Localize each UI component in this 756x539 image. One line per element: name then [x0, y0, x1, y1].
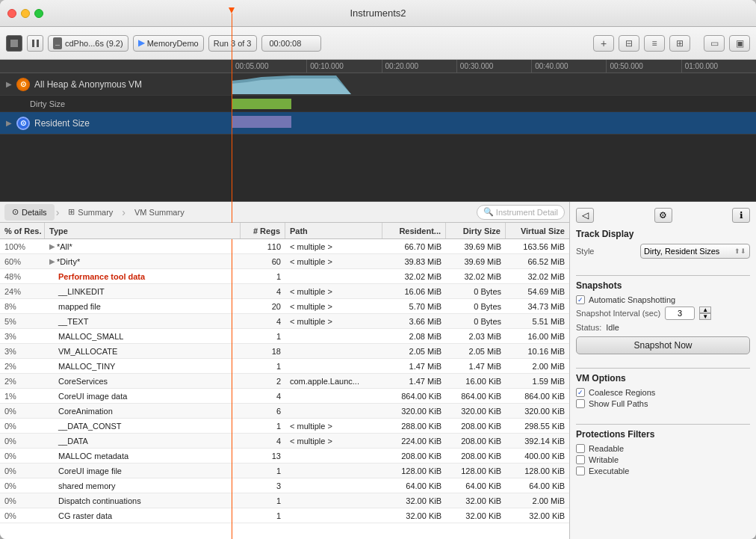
td-regs: 4: [241, 287, 285, 296]
ruler-marks: 00:05.000 00:10.000 00:20.000 00:30.000 …: [232, 60, 756, 73]
table-row[interactable]: 100% ▶ *All* 110 < multiple > 66.70 MiB …: [0, 239, 569, 254]
layout-btn-2[interactable]: ≡: [644, 35, 665, 52]
th-percent[interactable]: % of Res. ▼: [0, 223, 45, 238]
interval-up[interactable]: ▲: [699, 307, 711, 313]
td-virtual: 16.00 MiB: [506, 332, 569, 341]
layout-btn-3[interactable]: ⊞: [669, 35, 690, 52]
device-selector[interactable]: cdPho...6s (9.2): [48, 35, 128, 52]
td-resident: 1.47 MiB: [382, 362, 446, 371]
expand-arrow[interactable]: ▶: [49, 257, 55, 265]
snapshot-now-label: Snapshot Now: [633, 340, 692, 351]
track-row-selected[interactable]: ▶ ⊙ Resident Size: [0, 112, 756, 135]
expand-arrow[interactable]: ▶: [49, 242, 55, 250]
track-expand-selected[interactable]: ▶: [6, 119, 12, 127]
back-icon: ◁: [582, 210, 589, 221]
table-row[interactable]: 0% CoreAnimation 6 320.00 KiB 320.00 KiB…: [0, 404, 569, 419]
td-resident: 16.06 MiB: [382, 287, 446, 296]
vm-options-title: VM Options: [576, 373, 750, 384]
executable-checkbox[interactable]: [576, 466, 585, 475]
full-paths-label: Show Full Paths: [589, 399, 648, 408]
sub-track-graph-dirty-svg: [232, 96, 756, 112]
td-path: < multiple >: [285, 437, 382, 446]
style-select[interactable]: Dirty, Resident Sizes ⬆⬇: [640, 244, 750, 259]
table-row[interactable]: 8% mapped file 20 < multiple > 5.70 MiB …: [0, 299, 569, 314]
table-row[interactable]: 48% Performance tool data 1 32.02 MiB 32…: [0, 269, 569, 284]
stop-button[interactable]: [6, 35, 22, 52]
td-regs: 1: [241, 272, 285, 281]
th-dirty[interactable]: Dirty Size: [446, 223, 506, 238]
table-row[interactable]: 1% CoreUI image data 4 864.00 KiB 864.00…: [0, 389, 569, 404]
table-row[interactable]: 3% VM_ALLOCATE 18 2.05 MiB 2.05 MiB 10.1…: [0, 344, 569, 359]
th-virtual[interactable]: Virtual Size: [506, 223, 569, 238]
main-toolbar: cdPho...6s (9.2) ▶ MemoryDemo Run 3 of 3…: [0, 27, 756, 60]
table-row[interactable]: 3% MALLOC_SMALL 1 2.08 MiB 2.03 MiB 16.0…: [0, 329, 569, 344]
td-regs: 60: [241, 257, 285, 266]
table-row[interactable]: 0% MALLOC metadata 13 208.00 KiB 208.00 …: [0, 449, 569, 463]
tab-vm-summary[interactable]: VM Summary: [127, 204, 192, 221]
style-row: Style Dirty, Resident Sizes ⬆⬇: [576, 244, 750, 259]
td-dirty: 0 Bytes: [446, 317, 506, 326]
td-resident: 128.00 KiB: [382, 466, 446, 475]
auto-snapshot-checkbox[interactable]: [576, 295, 585, 304]
add-button[interactable]: +: [593, 35, 614, 52]
rp-gear-btn[interactable]: ⚙: [654, 208, 672, 223]
td-path: < multiple >: [285, 422, 382, 431]
td-percent: 2%: [0, 377, 45, 386]
td-type: CoreUI image data: [45, 392, 241, 401]
td-virtual: 128.00 KiB: [506, 466, 569, 475]
timer-value: 00:00:08: [270, 39, 302, 48]
table-header: % of Res. ▼ Type # Regs Path Resident...: [0, 223, 569, 239]
bottom-section: ⊙ Details › ⊞ Summary › VM Summary 🔍 Ins…: [0, 202, 756, 539]
search-icon: 🔍: [483, 207, 494, 217]
track-row-heap[interactable]: ▶ ⊙ All Heap & Anonymous VM: [0, 73, 756, 96]
view-btn-2[interactable]: ▣: [729, 35, 750, 52]
td-type-value: mapped file: [58, 302, 101, 311]
th-resident[interactable]: Resident...: [382, 223, 446, 238]
interval-down[interactable]: ▼: [699, 313, 711, 320]
table-row[interactable]: 0% __DATA 4 < multiple > 224.00 KiB 208.…: [0, 434, 569, 449]
table-row[interactable]: 5% __TEXT 4 < multiple > 3.66 MiB 0 Byte…: [0, 314, 569, 329]
close-button[interactable]: [7, 9, 16, 18]
td-type: CoreServices: [45, 377, 241, 386]
th-type[interactable]: Type: [45, 223, 241, 238]
table-row[interactable]: 2% MALLOC_TINY 1 1.47 MiB 1.47 MiB 2.00 …: [0, 359, 569, 374]
th-regs[interactable]: # Regs: [241, 223, 285, 238]
pause-button[interactable]: [27, 35, 43, 52]
table-row[interactable]: 0% __DATA_CONST 1 < multiple > 288.00 Ki…: [0, 419, 569, 434]
interval-input[interactable]: [665, 307, 695, 320]
view-btn-1[interactable]: ▭: [704, 35, 725, 52]
td-type: Dispatch continuations: [45, 496, 241, 505]
coalesce-checkbox[interactable]: [576, 388, 585, 397]
td-type-value: Performance tool data: [58, 272, 145, 281]
rp-info-btn[interactable]: ℹ: [732, 208, 750, 223]
run-selector[interactable]: Run 3 of 3: [208, 35, 257, 52]
td-type-value: __DATA: [58, 437, 88, 446]
rp-back-btn[interactable]: ◁: [576, 208, 594, 223]
readable-checkbox[interactable]: [576, 444, 585, 453]
maximize-button[interactable]: [34, 9, 43, 18]
td-dirty: 39.69 MiB: [446, 242, 506, 251]
track-expand-heap[interactable]: ▶: [6, 80, 12, 88]
minimize-button[interactable]: [21, 9, 30, 18]
table-row[interactable]: 0% CoreUI image file 1 128.00 KiB 128.00…: [0, 463, 569, 478]
table-row[interactable]: 0% shared memory 3 64.00 KiB 64.00 KiB 6…: [0, 478, 569, 493]
table-row[interactable]: 24% __LINKEDIT 4 < multiple > 16.06 MiB …: [0, 284, 569, 299]
sub-track-graph-dirty: [232, 96, 756, 112]
td-percent: 60%: [0, 257, 45, 266]
td-type-value: CG raster data: [58, 511, 112, 520]
tab-search[interactable]: 🔍 Instrument Detail: [477, 205, 565, 220]
table-row[interactable]: 60% ▶ *Dirty* 60 < multiple > 39.83 MiB …: [0, 254, 569, 269]
full-paths-checkbox[interactable]: [576, 399, 585, 408]
writable-checkbox[interactable]: [576, 455, 585, 464]
app-icon: ▶: [138, 38, 144, 48]
sub-track-name-dirty: Dirty Size: [30, 99, 65, 108]
th-path[interactable]: Path: [285, 223, 382, 238]
table-row[interactable]: 0% Dispatch continuations 1 32.00 KiB 32…: [0, 493, 569, 508]
table-row[interactable]: 0% CG raster data 1 32.00 KiB 32.00 KiB …: [0, 508, 569, 523]
table-row[interactable]: 2% CoreServices 2 com.apple.Launc... 1.4…: [0, 374, 569, 389]
tab-summary[interactable]: ⊞ Summary: [61, 204, 120, 221]
tab-details[interactable]: ⊙ Details: [4, 204, 55, 221]
layout-btn-1[interactable]: ⊟: [619, 35, 639, 52]
app-selector[interactable]: ▶ MemoryDemo: [133, 35, 204, 52]
snapshot-now-btn[interactable]: Snapshot Now: [576, 336, 750, 354]
